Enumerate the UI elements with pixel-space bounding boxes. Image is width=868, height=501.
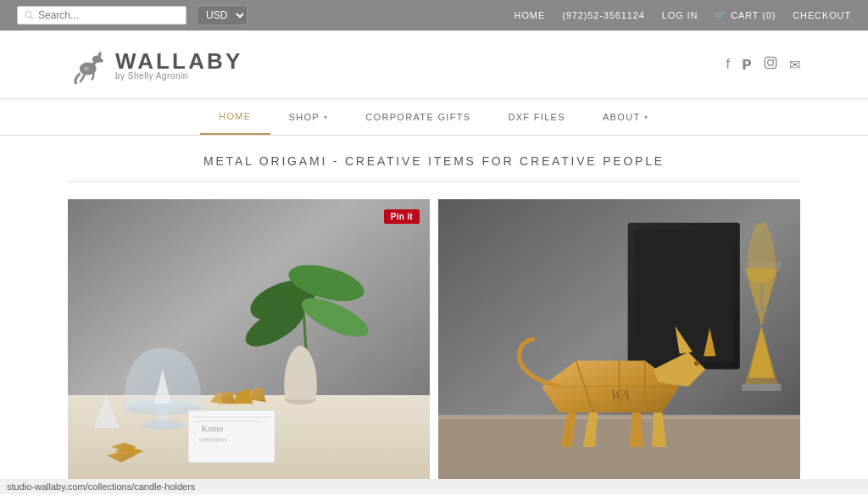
svg-rect-31 bbox=[192, 417, 270, 418]
currency-select[interactable]: USD EUR GBP bbox=[197, 5, 248, 25]
nav-corporate-gifts[interactable]: CORPORATE GIFTS bbox=[347, 100, 489, 134]
facebook-icon[interactable]: f bbox=[726, 57, 730, 72]
nav-about[interactable]: ABOUT ▾ bbox=[584, 100, 668, 134]
shop-chevron-icon: ▾ bbox=[324, 114, 328, 121]
logo-area[interactable]: WALLABY by Shelly Agronin bbox=[68, 43, 242, 86]
pinterest-icon[interactable]: 𝗣 bbox=[742, 57, 752, 73]
search-wrapper[interactable] bbox=[17, 6, 186, 25]
top-bar-links: HOME (972)52-3561124 LOG IN 🛒 CART (0) C… bbox=[515, 10, 851, 21]
svg-text:collections: collections bbox=[199, 437, 228, 443]
product-image-right[interactable]: WA bbox=[438, 199, 800, 479]
all-products-link[interactable]: HOME bbox=[515, 10, 546, 20]
svg-point-8 bbox=[768, 60, 774, 66]
svg-point-9 bbox=[773, 59, 775, 61]
svg-rect-7 bbox=[765, 57, 776, 68]
instagram-icon[interactable] bbox=[764, 56, 777, 73]
svg-rect-43 bbox=[760, 283, 763, 309]
pin-it-badge[interactable]: Pin it bbox=[384, 209, 420, 224]
svg-rect-46 bbox=[438, 415, 800, 419]
svg-point-6 bbox=[84, 67, 89, 71]
nav-dxf-files[interactable]: DXF FILES bbox=[489, 100, 584, 134]
search-icon bbox=[25, 10, 34, 20]
logo-text-area: WALLABY by Shelly Agronin bbox=[115, 48, 242, 81]
svg-point-44 bbox=[753, 308, 770, 313]
svg-point-5 bbox=[99, 59, 103, 63]
page-title-section: METAL ORIGAMI - CREATIVE ITEMS FOR CREAT… bbox=[0, 136, 868, 181]
product-left-image: Komo collections bbox=[68, 199, 430, 479]
phone-number: (972)52-3561124 bbox=[562, 10, 645, 20]
social-icons: f 𝗣 ✉ bbox=[726, 56, 800, 73]
left-scene-illustration: Komo collections bbox=[68, 199, 430, 479]
products-section: Komo collections Pin it bbox=[0, 182, 868, 479]
about-chevron-icon: ▾ bbox=[644, 114, 648, 121]
header: WALLABY by Shelly Agronin f 𝗣 ✉ bbox=[0, 31, 868, 98]
page-title: METAL ORIGAMI - CREATIVE ITEMS FOR CREAT… bbox=[17, 154, 851, 168]
svg-text:Komo: Komo bbox=[202, 424, 223, 433]
svg-point-0 bbox=[25, 12, 31, 18]
product-right-image: WA bbox=[438, 199, 800, 479]
checkout-link[interactable]: CHECKOUT bbox=[793, 10, 851, 20]
svg-point-55 bbox=[694, 360, 699, 365]
nav-shop[interactable]: SHOP ▾ bbox=[270, 100, 348, 134]
log-in-link[interactable]: LOG IN bbox=[662, 10, 698, 20]
top-bar: USD EUR GBP HOME (972)52-3561124 LOG IN … bbox=[0, 0, 868, 31]
email-icon[interactable]: ✉ bbox=[789, 57, 800, 73]
nav-bar: HOME SHOP ▾ CORPORATE GIFTS DXF FILES AB… bbox=[0, 98, 868, 136]
logo-sub: by Shelly Agronin bbox=[115, 71, 242, 81]
search-input[interactable] bbox=[38, 9, 179, 21]
status-bar: studio-wallaby.com/collections/candle-ho… bbox=[0, 479, 868, 494]
svg-rect-32 bbox=[192, 421, 261, 422]
status-url: studio-wallaby.com/collections/candle-ho… bbox=[7, 482, 195, 492]
svg-rect-45 bbox=[438, 417, 800, 480]
logo-kangaroo-icon bbox=[68, 43, 110, 86]
right-scene-illustration: WA bbox=[438, 199, 800, 479]
svg-rect-41 bbox=[742, 384, 782, 391]
svg-point-20 bbox=[141, 421, 184, 430]
svg-text:WA: WA bbox=[610, 387, 629, 403]
product-image-left[interactable]: Komo collections Pin it bbox=[68, 199, 430, 479]
cart-link[interactable]: 🛒 CART (0) bbox=[715, 10, 776, 21]
nav-home[interactable]: HOME bbox=[200, 99, 270, 135]
svg-line-1 bbox=[31, 17, 33, 19]
